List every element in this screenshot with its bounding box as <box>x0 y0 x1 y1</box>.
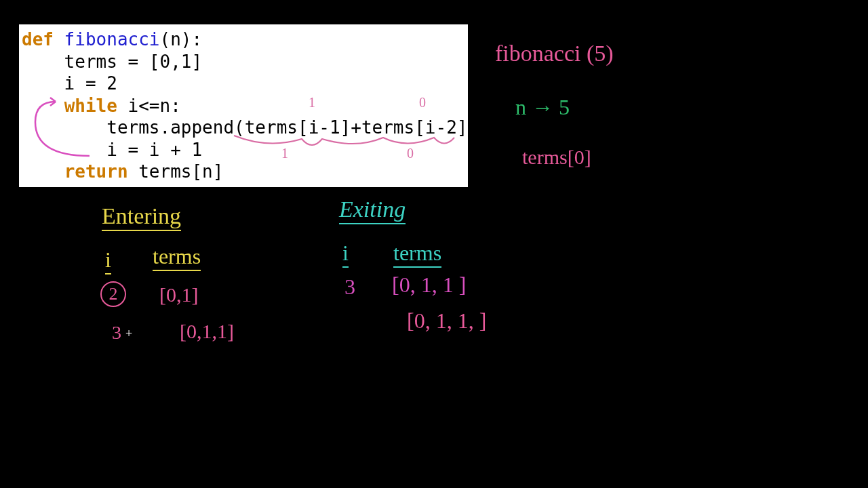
entering-row2-terms: [0,1,1] <box>180 320 234 343</box>
code-line-3: i = 2 <box>22 73 462 95</box>
annot-index1-over: 1 <box>309 95 315 110</box>
entering-row1-terms: [0,1] <box>159 283 198 306</box>
entering-row1-i: 2 <box>100 281 126 307</box>
exiting-row2-terms: [0, 1, 1, ] <box>407 308 486 333</box>
n-binding: n → 5 <box>515 95 570 120</box>
loop-arrow-icon <box>28 95 96 169</box>
entering-col-i: i <box>105 247 111 274</box>
entering-title: Entering <box>102 203 181 231</box>
exiting-row1-terms: [0, 1, 1 ] <box>392 272 466 298</box>
annot-index0-over: 0 <box>419 95 426 110</box>
code-line-2: terms = [0,1] <box>22 51 462 73</box>
cursor-icon: + <box>125 327 132 341</box>
annot-value1-under: 1 <box>281 146 288 161</box>
exiting-col-terms: terms <box>393 241 441 268</box>
exiting-col-i: i <box>342 241 349 268</box>
entering-col-terms: terms <box>153 244 201 271</box>
brace-underline <box>231 132 461 159</box>
exiting-row1-i: 3 <box>344 274 355 300</box>
call-expr: fibonacci (5) <box>495 41 614 66</box>
entering-row2-i: 3 <box>112 322 121 344</box>
exiting-title: Exiting <box>339 197 406 224</box>
terms-index-expr: terms[0] <box>522 146 591 169</box>
annot-value0-under: 0 <box>407 146 414 161</box>
code-line-1: def fibonacci(n): <box>22 28 462 51</box>
